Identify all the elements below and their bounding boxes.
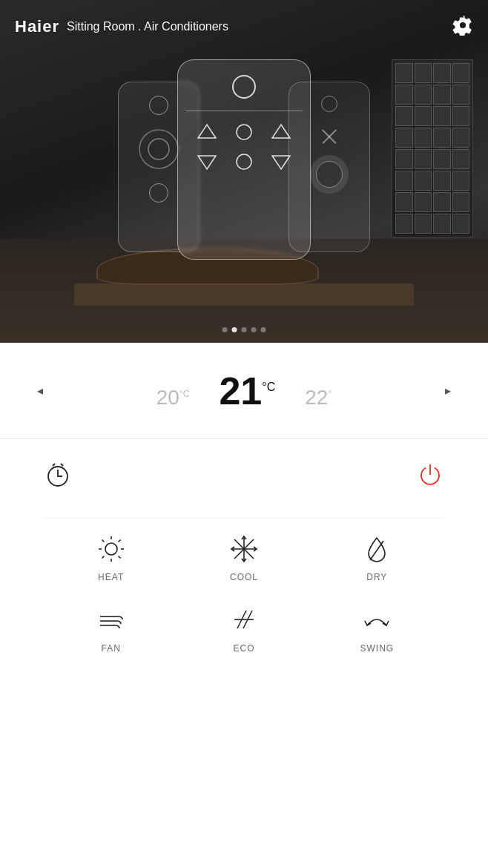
temp-current: 21°C <box>219 372 275 410</box>
svg-marker-4 <box>272 125 290 138</box>
dot-5[interactable] <box>261 327 266 332</box>
settings-icon[interactable] <box>452 15 473 39</box>
temperature-values: 20°C 21°C 22° <box>156 372 332 410</box>
dot-3[interactable] <box>242 327 247 332</box>
temp-increase-button[interactable]: ▸ <box>430 369 466 412</box>
mode-buttons: HEAT COOL DRY <box>44 533 444 654</box>
dot-2[interactable] <box>232 327 237 332</box>
eco-mode-button[interactable]: ECO <box>177 605 310 654</box>
svg-point-12 <box>105 543 117 555</box>
svg-line-9 <box>53 464 55 466</box>
hero-section: Haier Sitting Room . Air Conditioners <box>0 0 488 343</box>
temperature-section: ◂ 20°C 21°C 22° ▸ <box>0 343 488 439</box>
cool-label: COOL <box>230 572 258 582</box>
timer-button[interactable] <box>44 461 71 488</box>
header-left: Haier Sitting Room . Air Conditioners <box>15 17 228 36</box>
carousel-dots <box>222 327 266 332</box>
fan-label: FAN <box>101 643 120 654</box>
svg-marker-5 <box>198 156 216 169</box>
svg-marker-7 <box>272 156 290 169</box>
swing-label: SWING <box>360 643 394 654</box>
svg-line-18 <box>118 556 120 559</box>
controls-top-row <box>44 461 444 488</box>
temp-high: 22° <box>305 386 332 410</box>
svg-line-20 <box>102 556 104 559</box>
power-button[interactable] <box>417 461 444 488</box>
brand-logo: Haier <box>15 17 59 36</box>
dot-4[interactable] <box>251 327 257 332</box>
svg-point-1 <box>148 139 169 160</box>
heat-mode-button[interactable]: HEAT <box>44 533 177 582</box>
swing-mode-button[interactable]: SWING <box>311 605 444 654</box>
svg-point-0 <box>139 130 178 168</box>
dry-mode-button[interactable]: DRY <box>311 533 444 582</box>
dot-1[interactable] <box>222 327 228 332</box>
heat-label: HEAT <box>98 572 124 582</box>
svg-line-19 <box>118 540 120 542</box>
dry-label: DRY <box>366 572 387 582</box>
remote-container <box>118 59 370 297</box>
header: Haier Sitting Room . Air Conditioners <box>0 0 488 53</box>
svg-point-3 <box>237 125 251 139</box>
svg-point-6 <box>237 154 251 169</box>
cool-mode-button[interactable]: COOL <box>177 533 310 582</box>
divider-1 <box>44 518 444 519</box>
fan-mode-button[interactable]: FAN <box>44 605 177 654</box>
eco-label: ECO <box>233 643 254 654</box>
header-title: Sitting Room . Air Conditioners <box>67 20 228 33</box>
controls-section: HEAT COOL DRY <box>0 439 488 668</box>
room-wall-art <box>392 59 473 237</box>
svg-line-17 <box>102 540 104 542</box>
svg-line-10 <box>61 464 63 466</box>
temp-decrease-button[interactable]: ◂ <box>22 369 58 412</box>
svg-marker-2 <box>198 125 216 138</box>
temp-low: 20°C <box>156 386 190 410</box>
remote-right <box>288 82 370 252</box>
